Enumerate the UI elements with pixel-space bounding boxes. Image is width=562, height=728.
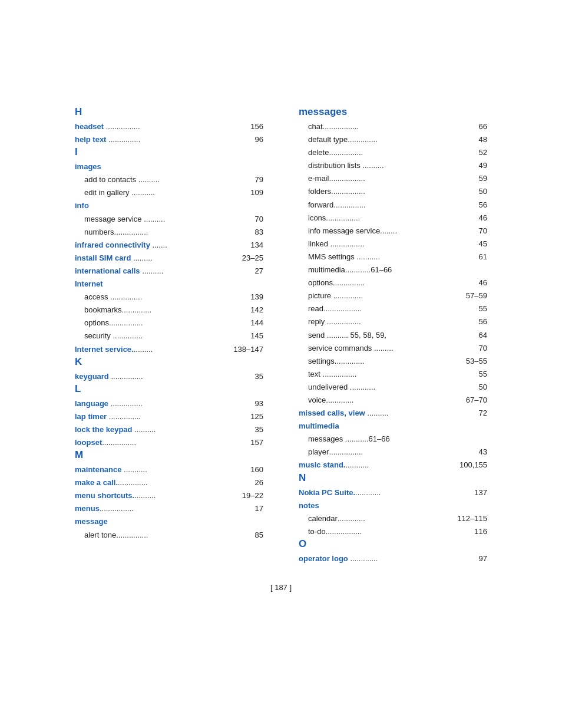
- section-O: O operator logo ............. 97: [299, 538, 487, 565]
- section-music-stand: music stand. ........... 100,155: [299, 459, 487, 472]
- letter-H: H: [75, 106, 263, 118]
- letter-N: N: [299, 472, 487, 484]
- list-item: folders. ............... 50: [299, 185, 487, 198]
- list-item: icons ................ 46: [299, 212, 487, 225]
- list-item: edit in gallery ........... 109: [75, 186, 263, 199]
- list-item: numbers. ............... 83: [75, 226, 263, 239]
- list-item: install SIM card ......... 23–25: [75, 252, 263, 265]
- section-L: L language ............... 93 lap timer …: [75, 383, 263, 449]
- list-item: reply ................ 56: [299, 315, 487, 328]
- list-item: notes: [299, 499, 487, 512]
- list-item: linked ................ 45: [299, 238, 487, 251]
- list-item: forward. .............. 56: [299, 199, 487, 212]
- list-item: keyguard ............... 35: [75, 370, 263, 383]
- page: H headset ................ 156 help text…: [0, 0, 562, 728]
- list-item: MMS settings ........... 61: [299, 251, 487, 263]
- letter-L: L: [75, 383, 263, 395]
- list-item: options. ............... 144: [75, 317, 263, 330]
- list-item: send .......... 55, 58, 59, 64: [299, 329, 487, 342]
- letter-messages: messages: [299, 106, 487, 118]
- list-item: music stand. ........... 100,155: [299, 459, 487, 472]
- list-item: multimedia: [299, 420, 487, 433]
- section-messages: messages chat. ................ 66 defau…: [299, 106, 487, 407]
- letter-M: M: [75, 449, 263, 461]
- section-multimedia: multimedia messages ...........61–66 pla…: [299, 420, 487, 459]
- list-item: player ................ 43: [299, 446, 487, 459]
- list-item: access ............... 139: [75, 291, 263, 304]
- list-item: delete ................ 52: [299, 146, 487, 159]
- list-item: info message service. ....... 70: [299, 225, 487, 238]
- list-item: distribution lists .......... 49: [299, 159, 487, 172]
- list-item: lap timer ............... 125: [75, 410, 263, 423]
- list-item: default type .............. 48: [299, 133, 487, 146]
- list-item: messages ...........61–66: [299, 433, 487, 446]
- list-item: lock the keypad .......... 35: [75, 423, 263, 436]
- letter-I: I: [75, 146, 263, 158]
- index-columns: H headset ................ 156 help text…: [75, 106, 487, 565]
- list-item: add to contacts .......... 79: [75, 173, 263, 186]
- list-item: security .............. 145: [75, 330, 263, 342]
- list-item: voice ............. 67–70: [299, 394, 487, 407]
- letter-O: O: [299, 538, 487, 550]
- list-item: infrared connectivity ....... 134: [75, 239, 263, 252]
- list-item: text ................ 55: [299, 368, 487, 381]
- list-item: help text ............... 96: [75, 133, 263, 146]
- section-N: N Nokia PC Suite. ............ 137 notes…: [299, 472, 487, 538]
- section-missed-calls: missed calls, view .......... 72: [299, 407, 487, 420]
- list-item: missed calls, view .......... 72: [299, 407, 487, 420]
- list-item: service commands ......... 70: [299, 342, 487, 355]
- list-item: language ............... 93: [75, 397, 263, 410]
- section-K: K keyguard ............... 35: [75, 356, 263, 383]
- page-footer: [ 187 ]: [270, 583, 292, 592]
- list-item: read. ................. 55: [299, 302, 487, 315]
- list-item: message: [75, 515, 263, 528]
- list-item: Internet: [75, 278, 263, 291]
- list-item: Internet service. ......... 138–147: [75, 343, 263, 356]
- list-item: picture .............. 57–59: [299, 289, 487, 302]
- section-H: H headset ................ 156 help text…: [75, 106, 263, 146]
- section-M: M maintenance ........... 160 make a cal…: [75, 449, 263, 542]
- list-item: info: [75, 199, 263, 212]
- list-item: calendar ............. 112–115: [299, 512, 487, 525]
- list-item: operator logo ............. 97: [299, 552, 487, 565]
- list-item: bookmarks .............. 142: [75, 304, 263, 317]
- list-item: make a call. .............. 26: [75, 476, 263, 489]
- right-column: messages chat. ................ 66 defau…: [299, 106, 487, 565]
- list-item: menus ................ 17: [75, 502, 263, 515]
- list-item: maintenance ........... 160: [75, 463, 263, 476]
- list-item: menu shortcuts. .......... 19–22: [75, 489, 263, 502]
- list-item: e-mail. ................ 59: [299, 172, 487, 185]
- list-item: Nokia PC Suite. ............ 137: [299, 486, 487, 499]
- list-item: settings. ............. 53–55: [299, 355, 487, 368]
- section-I: I images add to contacts .......... 79 e…: [75, 146, 263, 355]
- left-column: H headset ................ 156 help text…: [75, 106, 263, 542]
- list-item: multimedia. ...........61–66: [299, 263, 487, 276]
- list-item: to-do. ................ 116: [299, 525, 487, 538]
- list-item: undelivered ............ 50: [299, 381, 487, 394]
- list-item: headset ................ 156: [75, 120, 263, 133]
- list-item: international calls .......... 27: [75, 265, 263, 278]
- list-item: chat. ................ 66: [299, 120, 487, 133]
- list-item: options ............... 46: [299, 276, 487, 289]
- list-item: images: [75, 160, 263, 173]
- list-item: alert tone. .............. 85: [75, 529, 263, 542]
- list-item: message service .......... 70: [75, 213, 263, 226]
- letter-K: K: [75, 356, 263, 368]
- list-item: loopset ................ 157: [75, 436, 263, 449]
